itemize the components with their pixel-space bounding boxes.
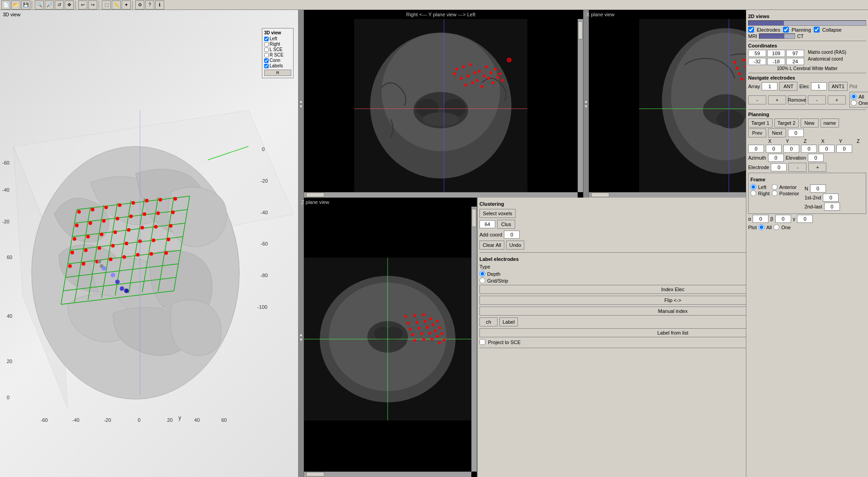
point-button[interactable]: ✦: [122, 0, 131, 9]
plan-x1-input[interactable]: [748, 145, 764, 153]
plan-plus-button[interactable]: +: [808, 163, 826, 172]
svg-point-172: [420, 332, 423, 335]
svg-point-45: [84, 248, 88, 252]
views2d-slider[interactable]: [748, 20, 866, 26]
nav-minus2-button[interactable]: -: [808, 95, 826, 104]
nav-plus2-button[interactable]: +: [828, 95, 846, 104]
frame-anterior-radio[interactable]: [772, 184, 778, 190]
electrodes-check[interactable]: [748, 27, 754, 33]
clear-all-button[interactable]: Clear All: [479, 241, 504, 250]
add-coord-input[interactable]: [504, 231, 520, 239]
mri-slider[interactable]: [759, 33, 795, 39]
ant1-button[interactable]: ANT1: [829, 82, 848, 91]
beta-input[interactable]: [775, 215, 791, 223]
electrode-input[interactable]: [771, 163, 787, 171]
target2-button[interactable]: Target 2: [774, 118, 799, 128]
overlay-conn-check[interactable]: [264, 58, 269, 63]
yplane-vscroll-thumb[interactable]: [578, 21, 583, 39]
svg-text:-80: -80: [261, 273, 268, 278]
target1-button[interactable]: Target 1: [748, 118, 773, 128]
zplane-hscroll-thumb[interactable]: [306, 472, 324, 477]
select-voxels-button[interactable]: Select voxels: [479, 209, 516, 218]
xplane-hscroll-thumb[interactable]: [591, 193, 609, 197]
overlay-left-check[interactable]: [264, 37, 269, 41]
help-button[interactable]: ?: [145, 0, 154, 9]
select-button[interactable]: ⬚: [102, 0, 111, 9]
open-button[interactable]: 📂: [11, 0, 20, 9]
view3d-canvas[interactable]: y 0 20 40 60 -20 -40 -60 -60 -40 -20 0 2…: [0, 10, 298, 477]
plan-y1-input[interactable]: [766, 145, 782, 153]
1st2nd-input[interactable]: [823, 194, 839, 202]
2ndlast-input[interactable]: [824, 203, 840, 211]
elec-input[interactable]: [811, 82, 827, 90]
yplane-hscroll-thumb[interactable]: [306, 193, 324, 197]
rotate-button[interactable]: ↺: [55, 0, 64, 9]
array-input[interactable]: [762, 82, 778, 90]
nav-one-radio[interactable]: [851, 100, 857, 106]
zoom-button[interactable]: 🔍: [35, 0, 44, 9]
svg-point-34: [156, 212, 160, 215]
overlay-rsce-check[interactable]: [264, 53, 269, 57]
depth-radio[interactable]: [479, 271, 485, 277]
zoom-out-button[interactable]: 🔎: [45, 0, 54, 9]
svg-text:40: 40: [194, 417, 199, 423]
zplane-left-scroll[interactable]: ▲ ▼: [299, 198, 304, 477]
plan-minus-button[interactable]: -: [788, 163, 806, 172]
overlay-r-button[interactable]: R: [264, 70, 291, 76]
gamma-input[interactable]: [797, 215, 813, 223]
measure-button[interactable]: 📏: [112, 0, 121, 9]
alpha-input[interactable]: [753, 215, 768, 223]
new-plan-button[interactable]: New: [801, 118, 819, 128]
frame-right-radio[interactable]: [750, 190, 756, 196]
project-sce-check[interactable]: [479, 339, 485, 345]
name-button[interactable]: name: [821, 118, 840, 128]
nav-minus1-button[interactable]: -: [748, 95, 766, 104]
frame-left-radio[interactable]: [750, 184, 756, 190]
info-button[interactable]: ℹ: [155, 0, 164, 9]
plan-y2-input[interactable]: [819, 145, 835, 153]
planning-check[interactable]: [783, 27, 789, 33]
zplane-vscroll[interactable]: [471, 207, 477, 472]
undo-button[interactable]: ↩: [78, 0, 87, 9]
prev-button[interactable]: Prev: [748, 128, 766, 137]
zplane-vscroll-thumb[interactable]: [472, 209, 476, 227]
svg-point-60: [102, 266, 106, 270]
overlay-right-check[interactable]: [264, 42, 269, 47]
yplane-left-scroll[interactable]: ▲ ▼: [299, 10, 304, 198]
xplane-left-scroll[interactable]: ▲ ▼: [583, 10, 589, 198]
n-input[interactable]: [810, 184, 826, 193]
plan-all-radio[interactable]: [759, 224, 764, 230]
overlay-labels-check[interactable]: [264, 64, 269, 68]
overlay-lsce-check[interactable]: [264, 47, 269, 52]
ch-button[interactable]: ch: [479, 317, 498, 326]
nav-plus1-button[interactable]: +: [768, 95, 786, 104]
remove-button[interactable]: Remove: [788, 95, 806, 104]
plan-x2-input[interactable]: [801, 145, 817, 153]
save-button[interactable]: 💾: [21, 0, 30, 9]
frame-posterior-radio[interactable]: [772, 190, 778, 196]
next-button[interactable]: Next: [768, 128, 786, 137]
grid-radio[interactable]: [479, 278, 485, 283]
label-button[interactable]: Label: [499, 317, 518, 326]
next-value-input[interactable]: [788, 129, 804, 137]
azimuth-input[interactable]: [768, 154, 784, 162]
zplane-panel[interactable]: Z plane view: [299, 198, 477, 477]
zplane-hscroll[interactable]: [304, 472, 471, 477]
yplane-hscroll[interactable]: [304, 192, 578, 198]
redo-button[interactable]: ↪: [88, 0, 97, 9]
plan-z2-input[interactable]: [836, 145, 852, 153]
clustering-value-input[interactable]: [479, 220, 495, 228]
new-button[interactable]: 📄: [1, 0, 10, 9]
undo-elec-button[interactable]: Undo: [506, 241, 524, 250]
ant-button[interactable]: ANT: [779, 82, 797, 91]
settings-button[interactable]: ⚙: [135, 0, 144, 9]
yplane-vscroll[interactable]: [578, 19, 583, 192]
nav-all-radio[interactable]: [851, 94, 857, 99]
plan-one-radio[interactable]: [773, 224, 779, 230]
collapse-check[interactable]: [814, 27, 820, 33]
elevation-input[interactable]: [808, 154, 824, 162]
yplane-panel[interactable]: Right <--- Y plane view ---> Left: [299, 10, 583, 198]
clus-button[interactable]: Clus: [497, 220, 515, 229]
plan-z1-input[interactable]: [783, 145, 799, 153]
pan-button[interactable]: ✥: [65, 0, 74, 9]
